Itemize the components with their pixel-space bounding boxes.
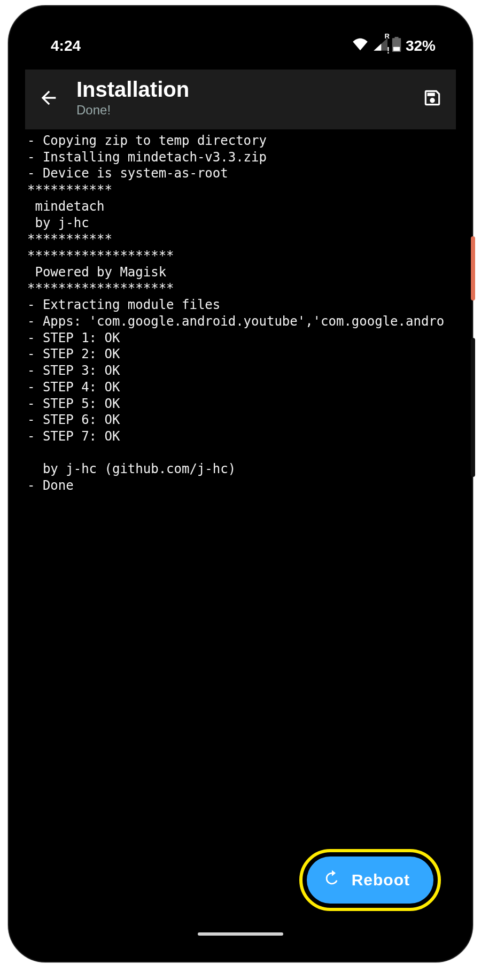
battery-text: 32%	[406, 37, 436, 55]
page-title: Installation	[76, 78, 405, 101]
status-bar: 4:24 R ! 32%	[25, 22, 456, 70]
volume-button	[471, 338, 475, 477]
install-log: - Copying zip to temp directory - Instal…	[25, 129, 456, 945]
app-bar: Installation Done!	[25, 70, 456, 129]
page-subtitle: Done!	[76, 103, 405, 118]
back-button[interactable]	[36, 85, 61, 111]
gesture-bar	[198, 932, 283, 936]
reboot-button[interactable]: Reboot	[307, 856, 433, 904]
roaming-badge: R	[385, 32, 390, 40]
phone-frame: 4:24 R ! 32% Inst	[8, 5, 473, 962]
svg-rect-0	[393, 47, 400, 51]
arrow-left-icon	[38, 87, 59, 109]
signal-alert-icon: !	[387, 46, 390, 56]
restart-icon	[323, 869, 341, 891]
power-button	[471, 236, 475, 300]
status-time: 4:24	[51, 37, 81, 55]
reboot-label: Reboot	[352, 871, 410, 889]
wifi-icon	[352, 37, 368, 55]
signal-icon: R !	[373, 37, 387, 55]
save-icon	[422, 88, 443, 108]
reboot-highlight: Reboot	[299, 849, 441, 911]
save-log-button[interactable]	[420, 85, 445, 111]
screen: 4:24 R ! 32% Inst	[25, 22, 456, 945]
battery-icon	[392, 37, 401, 56]
